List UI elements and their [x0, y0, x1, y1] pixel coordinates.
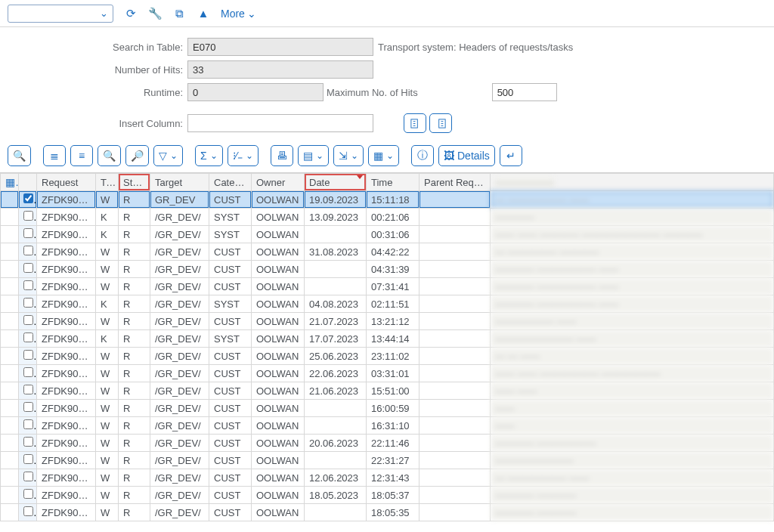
owner-header[interactable]: Owner [252, 174, 305, 191]
find-button[interactable]: 🔍 [8, 145, 31, 166]
date-header[interactable]: Date [305, 174, 367, 191]
row-selector[interactable] [1, 452, 19, 469]
row-checkbox-cell[interactable] [19, 261, 37, 278]
subtotal-button[interactable]: ⁝⁄₌ [228, 145, 259, 166]
user-icon[interactable]: ▲ [197, 7, 210, 20]
table-row[interactable]: ZFDK9030...WR/GR_DEV/CUSTOOLWAN22:31:27—… [1, 452, 774, 469]
row-checkbox-cell[interactable] [19, 191, 37, 209]
insert-column-input[interactable] [187, 114, 373, 132]
row-checkbox[interactable] [23, 332, 33, 342]
insert-left-button[interactable] [404, 113, 426, 133]
row-checkbox[interactable] [23, 211, 33, 221]
row-checkbox-cell[interactable] [19, 400, 37, 417]
row-checkbox-cell[interactable] [19, 209, 37, 226]
row-checkbox-cell[interactable] [19, 330, 37, 348]
command-combo[interactable]: ⌄ [8, 5, 113, 23]
row-checkbox[interactable] [23, 280, 33, 290]
select-all-header[interactable]: ▦ [1, 174, 19, 191]
row-checkbox-cell[interactable] [19, 504, 37, 521]
insert-right-button[interactable] [429, 113, 452, 133]
row-checkbox[interactable] [23, 298, 33, 308]
row-checkbox-cell[interactable] [19, 452, 37, 469]
table-row[interactable]: ZFDK9020...WR/GR_DEV/CUSTOOLWAN18.05.202… [1, 487, 774, 504]
table-row[interactable]: ZFDK9030...WR/GR_DEV/CUSTOOLWAN16:00:59—… [1, 400, 774, 417]
table-row[interactable]: ZFDK9029...WRGR_DEVCUSTOOLWAN19.09.20231… [1, 191, 774, 209]
table-row[interactable]: ZFDK9030...WR/GR_DEV/CUSTOOLWAN16:31:10—… [1, 417, 774, 435]
row-selector[interactable] [1, 278, 19, 295]
row-checkbox[interactable] [23, 228, 33, 238]
table-row[interactable]: ZFDK9037...KR/GR_DEV/SYSTOOLWAN17.07.202… [1, 330, 774, 348]
variant-icon[interactable]: ⧉ [172, 7, 186, 20]
wrench-icon[interactable]: 🔧 [148, 7, 162, 20]
row-checkbox-cell[interactable] [19, 417, 37, 435]
runtime-input[interactable] [187, 83, 324, 101]
row-checkbox-cell[interactable] [19, 243, 37, 261]
row-checkbox-cell[interactable] [19, 365, 37, 382]
views-button[interactable]: ▤ [298, 145, 329, 166]
sort-desc-button[interactable]: ≡ [70, 145, 93, 166]
goto-button[interactable]: ↵ [500, 145, 522, 166]
row-selector[interactable] [1, 243, 19, 261]
row-selector[interactable] [1, 400, 19, 417]
row-selector[interactable] [1, 469, 19, 487]
row-selector[interactable] [1, 209, 19, 226]
table-row[interactable]: ZFDK9030...WR/GR_DEV/CUSTOOLWAN21.06.202… [1, 382, 774, 400]
row-checkbox[interactable] [23, 193, 33, 203]
row-checkbox-cell[interactable] [19, 226, 37, 243]
description-header[interactable]: —————— [491, 174, 774, 191]
table-row[interactable]: ZFDK9020...WR/GR_DEV/CUSTOOLWAN18:05:35—… [1, 504, 774, 521]
row-checkbox-cell[interactable] [19, 278, 37, 295]
details-button[interactable]: 🖼 Details [438, 145, 495, 166]
row-selector[interactable] [1, 382, 19, 400]
row-checkbox-cell[interactable] [19, 295, 37, 313]
print-button[interactable]: 🖶 [271, 145, 293, 166]
row-checkbox-cell[interactable] [19, 435, 37, 452]
row-checkbox-cell[interactable] [19, 313, 37, 330]
max-hits-input[interactable] [492, 83, 557, 101]
row-checkbox[interactable] [23, 385, 33, 394]
row-checkbox[interactable] [23, 506, 33, 516]
row-selector[interactable] [1, 313, 19, 330]
row-checkbox[interactable] [23, 472, 33, 481]
hits-input[interactable] [187, 60, 373, 79]
more-menu[interactable]: More ⌄ [221, 8, 256, 20]
status-header[interactable]: Status [119, 174, 150, 191]
row-selector[interactable] [1, 365, 19, 382]
table-row[interactable]: ZFDK9026...WR/GR_DEV/CUSTOOLWAN12.06.202… [1, 469, 774, 487]
row-selector[interactable] [1, 435, 19, 452]
row-checkbox[interactable] [23, 315, 33, 325]
search-table-input[interactable] [187, 38, 373, 56]
type-header[interactable]: Ty... [96, 174, 119, 191]
layout-button[interactable]: ▦ [368, 145, 399, 166]
table-row[interactable]: ZFDK9030...WR/GR_DEV/CUSTOOLWAN22.06.202… [1, 365, 774, 382]
target-header[interactable]: Target [150, 174, 209, 191]
table-row[interactable]: ZFDK9066...KR/GR_DEV/SYSTOOLWAN00:31:06—… [1, 226, 774, 243]
row-selector[interactable] [1, 348, 19, 365]
row-selector[interactable] [1, 417, 19, 435]
row-checkbox[interactable] [23, 263, 33, 273]
find-next-button[interactable]: 🔎 [125, 145, 149, 166]
row-selector[interactable] [1, 504, 19, 521]
row-checkbox-cell[interactable] [19, 348, 37, 365]
sum-button[interactable]: Σ [195, 145, 223, 166]
row-checkbox[interactable] [23, 367, 33, 377]
row-selector[interactable] [1, 330, 19, 348]
checkbox-header[interactable] [19, 174, 37, 191]
row-checkbox[interactable] [23, 489, 33, 499]
row-selector[interactable] [1, 487, 19, 504]
table-row[interactable]: ZFDK9030...WR/GR_DEV/CUSTOOLWAN20.06.202… [1, 435, 774, 452]
row-selector[interactable] [1, 191, 19, 209]
refresh-icon[interactable]: ⟳ [124, 7, 138, 20]
find-in-grid-button[interactable]: 🔍 [98, 145, 121, 166]
row-checkbox[interactable] [23, 246, 33, 255]
sort-asc-button[interactable]: ≣ [43, 145, 66, 166]
filter-button[interactable]: ▽ [153, 145, 183, 166]
row-checkbox-cell[interactable] [19, 382, 37, 400]
table-row[interactable]: ZFDK9066...KR/GR_DEV/SYSTOOLWAN13.09.202… [1, 209, 774, 226]
request-header[interactable]: Request [37, 174, 96, 191]
table-row[interactable]: ZFDK9039...WR/GR_DEV/CUSTOOLWAN21.07.202… [1, 313, 774, 330]
time-header[interactable]: Time [367, 174, 420, 191]
row-selector[interactable] [1, 226, 19, 243]
row-checkbox[interactable] [23, 419, 33, 429]
row-checkbox[interactable] [23, 402, 33, 412]
